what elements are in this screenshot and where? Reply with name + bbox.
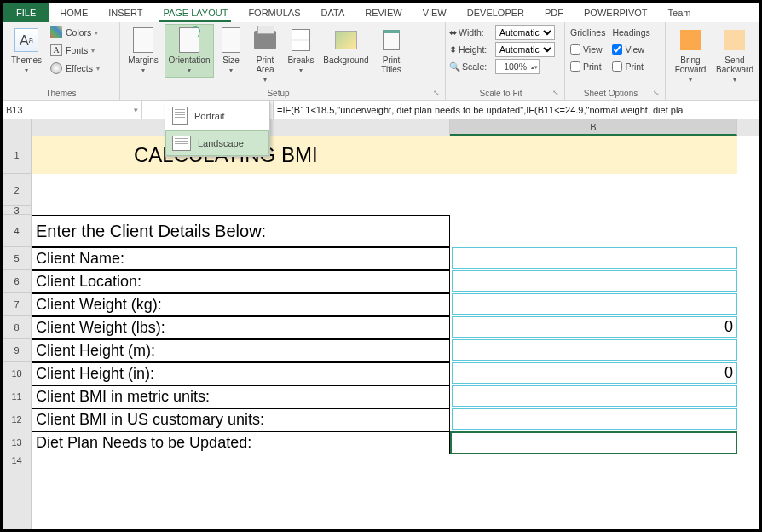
tab-review[interactable]: REVIEW (355, 3, 412, 22)
tab-team[interactable]: Team (658, 3, 701, 22)
colors-button[interactable]: Colors ▾ (49, 24, 101, 41)
tab-pdf[interactable]: PDF (534, 3, 574, 22)
tab-insert[interactable]: INSERT (98, 3, 153, 22)
chevron-down-icon: ▾ (299, 66, 303, 75)
effects-button[interactable]: Effects ▾ (49, 60, 101, 77)
ribbon: Aa Themes ▾ Colors ▾ AFonts ▾ Effects ▾ … (3, 22, 759, 101)
tab-view[interactable]: VIEW (413, 3, 457, 22)
cell-a5[interactable]: Client Name: (32, 247, 450, 270)
row-header-5[interactable]: 5 (3, 247, 31, 270)
chevron-down-icon: ▾ (263, 75, 267, 84)
width-label: ⬌ Width: (449, 27, 492, 38)
orientation-portrait[interactable]: Portrait (165, 101, 269, 130)
col-header-b[interactable]: B (450, 119, 737, 136)
gridlines-print-checkbox[interactable] (570, 61, 580, 72)
chevron-down-icon: ▾ (733, 75, 736, 84)
row-header-4[interactable]: 4 (3, 215, 31, 247)
chevron-down-icon: ▾ (25, 66, 28, 75)
gridlines-view-checkbox[interactable] (570, 44, 580, 55)
orientation-button[interactable]: Orientation▾ (165, 24, 214, 78)
orientation-landscape[interactable]: Landscape (165, 130, 269, 156)
cell-a9[interactable]: Client Height (m): (32, 339, 450, 362)
worksheet[interactable]: 1 2 3 4 5 6 7 8 9 10 11 12 13 14 A B CAL… (3, 119, 759, 529)
row-header-3[interactable]: 3 (3, 206, 31, 215)
tab-page-layout[interactable]: PAGE LAYOUT (153, 3, 238, 22)
chevron-down-icon: ▾ (134, 106, 138, 114)
height-select[interactable]: Automatic (495, 42, 555, 57)
size-button[interactable]: Size▾ (216, 24, 246, 78)
row-header-12[interactable]: 12 (3, 408, 31, 431)
cell-b10[interactable]: 0 (452, 362, 737, 384)
cell-b6[interactable] (452, 270, 737, 292)
cell-a1-title[interactable]: CALCULATING BMI (32, 136, 737, 174)
group-sheetoptions-label: Sheet Options⤡ (569, 87, 661, 100)
formula-input[interactable]: =IF(B11<18.5,"underweight, diet plan nee… (274, 101, 759, 119)
cell-a6[interactable]: Client Location: (32, 270, 450, 293)
ribbon-tabs: FILE HOME INSERT PAGE LAYOUT FORMULAS DA… (3, 3, 759, 22)
row-header-7[interactable]: 7 (3, 293, 31, 316)
background-button[interactable]: Background (320, 24, 372, 67)
cell-b9[interactable] (452, 339, 737, 361)
cell-b7[interactable] (452, 293, 737, 315)
cell-a13[interactable]: Diet Plan Needs to be Updated: (32, 431, 450, 454)
group-pagesetup-label: Setup⤡ (124, 87, 442, 100)
margins-button[interactable]: Margins▾ (124, 24, 163, 78)
cell-a12[interactable]: Client BMI in US customary units: (32, 408, 450, 431)
cell-a11[interactable]: Client BMI in metric units: (32, 385, 450, 408)
row-header-9[interactable]: 9 (3, 339, 31, 362)
cell-b13-selected[interactable] (450, 431, 737, 454)
effects-icon (50, 62, 62, 74)
print-area-button[interactable]: Print Area▾ (248, 24, 282, 87)
name-box[interactable]: B13▾ (3, 101, 142, 119)
row-header-2[interactable]: 2 (3, 174, 31, 206)
bring-forward-button[interactable]: Bring Forward▾ (669, 24, 712, 87)
cell-b8[interactable]: 0 (452, 316, 737, 338)
cell-b12[interactable] (452, 408, 737, 430)
themes-label: Themes (11, 55, 42, 65)
headings-header: Headings (612, 24, 649, 41)
row-header-8[interactable]: 8 (3, 316, 31, 339)
cell-a8[interactable]: Client Weight (lbs): (32, 316, 450, 339)
scale-label: 🔍 Scale: (449, 61, 492, 72)
fonts-button[interactable]: AFonts ▾ (49, 42, 101, 59)
print-titles-button[interactable]: Print Titles (374, 24, 408, 77)
cell-b5[interactable] (452, 247, 737, 269)
fonts-icon: A (50, 44, 62, 56)
scale-spinner[interactable]: 100% (495, 59, 540, 74)
group-scale-label: Scale to Fit⤡ (449, 87, 561, 100)
height-label: ⬍ Height: (449, 44, 492, 55)
chevron-down-icon: ▾ (141, 66, 145, 75)
cell-a10[interactable]: Client Height (in): (32, 362, 450, 385)
tab-developer[interactable]: DEVELOPER (457, 3, 534, 22)
group-themes-label: Themes (6, 87, 116, 100)
tab-home[interactable]: HOME (49, 3, 98, 22)
row-header-13[interactable]: 13 (3, 431, 31, 454)
chevron-down-icon: ▾ (689, 75, 692, 84)
breaks-button[interactable]: Breaks▾ (284, 24, 318, 78)
cell-a7[interactable]: Client Weight (kg): (32, 293, 450, 316)
cell-a4[interactable]: Enter the Client Details Below: (32, 215, 450, 247)
gridlines-header: Gridlines (570, 24, 605, 41)
themes-button[interactable]: Aa Themes ▾ (6, 24, 47, 78)
formula-bar: B13▾ fx =IF(B11<18.5,"underweight, diet … (3, 101, 759, 119)
portrait-icon (172, 107, 188, 125)
row-header-10[interactable]: 10 (3, 362, 31, 385)
width-select[interactable]: Automatic (495, 25, 555, 40)
tab-powerpivot[interactable]: POWERPIVOT (574, 3, 658, 22)
row-header-1[interactable]: 1 (3, 136, 31, 174)
chevron-down-icon: ▾ (229, 66, 233, 75)
send-backward-button[interactable]: Send Backward▾ (713, 24, 756, 87)
row-header-14[interactable]: 14 (3, 454, 31, 466)
select-all-corner[interactable] (3, 119, 32, 136)
headings-view-checkbox[interactable] (612, 44, 622, 55)
chevron-down-icon: ▾ (188, 66, 191, 75)
landscape-icon (172, 136, 191, 151)
orientation-menu: Portrait Landscape (165, 101, 270, 157)
row-header-6[interactable]: 6 (3, 270, 31, 293)
cell-b11[interactable] (452, 385, 737, 407)
tab-formulas[interactable]: FORMULAS (238, 3, 310, 22)
headings-print-checkbox[interactable] (612, 61, 622, 72)
row-header-11[interactable]: 11 (3, 385, 31, 408)
tab-file[interactable]: FILE (3, 3, 49, 22)
tab-data[interactable]: DATA (311, 3, 355, 22)
